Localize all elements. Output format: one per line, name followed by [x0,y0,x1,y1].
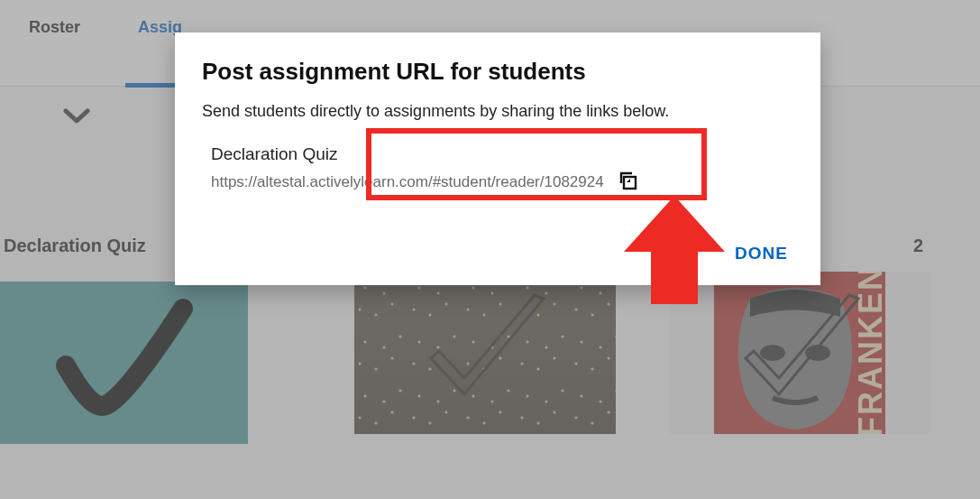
done-button[interactable]: DONE [735,244,788,263]
svg-rect-2 [624,177,636,189]
assignment-url-block: Declaration Quiz https://altestal.active… [202,137,793,204]
assignment-url-name: Declaration Quiz [211,144,784,164]
copy-icon[interactable] [617,170,638,195]
assignment-url-text: https://altestal.activelylearn.com/#stud… [211,173,604,191]
modal-title: Post assignment URL for students [202,58,793,86]
share-url-modal: Post assignment URL for students Send st… [175,32,820,285]
page-root: Roster Assig Declaration Quiz Textbook S… [0,0,980,499]
modal-footer: DONE [202,244,793,263]
modal-description: Send students directly to assignments by… [202,102,793,121]
